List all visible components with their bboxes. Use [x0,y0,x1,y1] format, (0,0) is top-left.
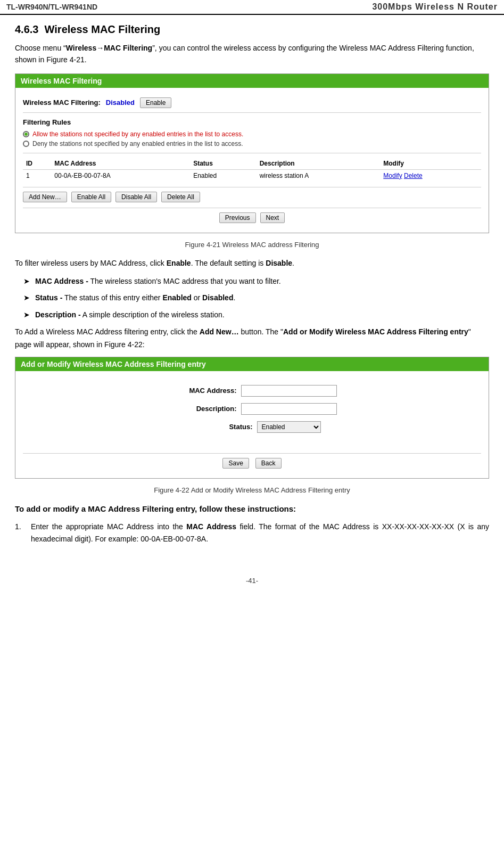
mac-status-value: Disabled [106,99,135,106]
radio-allow-circle[interactable] [23,131,29,137]
radio-deny-label: Deny the stations not specified by any e… [32,140,243,147]
mac-address-input[interactable] [241,385,337,397]
action-buttons: Add New… Enable All Disable All Delete A… [23,187,481,202]
next-button[interactable]: Next [260,212,285,223]
cell-mac: 00-0A-EB-00-07-8A [51,169,190,182]
status-select[interactable]: Enabled Disabled [257,421,321,433]
radio-allow-label: Allow the stations not specified by any … [32,130,243,138]
bullet-desc-text: Description - A simple description of th… [35,309,225,322]
bullet-mac: ➤ MAC Address - The wireless station's M… [15,275,489,288]
instructions-title: To add or modify a MAC Address Filtering… [15,503,489,515]
add-modify-intro: To Add a Wireless MAC Address filtering … [15,326,489,351]
cell-modify: Modify Delete [380,169,481,182]
add-modify-panel: Add or Modify Wireless MAC Address Filte… [15,357,489,479]
bullet-arrow-3: ➤ [23,309,30,322]
bullet-arrow-2: ➤ [23,292,30,305]
col-description: Description [257,158,381,170]
intro-paragraph: Choose menu “Wireless→MAC Filtering”, yo… [15,42,489,66]
radio-deny-circle[interactable] [23,141,29,147]
radio-allow-row: Allow the stations not specified by any … [23,130,481,138]
bullet-mac-text: MAC Address - The wireless station's MAC… [35,275,281,288]
modify-link[interactable]: Modify [383,172,402,179]
add-new-button[interactable]: Add New… [23,192,67,202]
cell-status: Enabled [190,169,257,182]
col-status: Status [190,158,257,170]
save-button[interactable]: Save [222,458,249,469]
page-footer: -41- [0,577,504,585]
mac-status-row: Wireless MAC Filtering: Disabled Enable [23,93,481,113]
header-model: TL-WR940N/TL-WR941ND [6,3,97,11]
figure-22-caption: Figure 4-22 Add or Modify Wireless MAC A… [15,486,489,494]
bullet-status: ➤ Status - The status of this entry eith… [15,292,489,305]
mac-status-label: Wireless MAC Filtering: [23,99,101,106]
mac-table-section: ID MAC Address Status Description Modify… [23,153,481,182]
delete-link[interactable]: Delete [404,172,423,179]
add-modify-panel-body: MAC Address: Description: Status: Enable… [15,371,489,478]
section-title: 4.6.3 Wireless MAC Filtering [15,23,489,36]
col-id: ID [23,158,51,170]
mac-filtering-panel-body: Wireless MAC Filtering: Disabled Enable … [15,88,489,233]
cell-description: wireless station A [257,169,381,182]
mac-table: ID MAC Address Status Description Modify… [23,158,481,182]
back-button[interactable]: Back [255,458,282,469]
step-1-number: 1. [15,521,26,546]
figure-21-caption: Figure 4-21 Wireless MAC address Filteri… [15,241,489,249]
delete-all-button[interactable]: Delete All [161,192,200,202]
col-modify: Modify [380,158,481,170]
form-nav-buttons: Save Back [23,453,481,473]
status-row: Status: Enabled Disabled [23,421,481,433]
header-title: 300Mbps Wireless N Router [372,2,498,12]
mac-address-label: MAC Address: [168,387,237,395]
description-label: Description: [168,405,237,413]
description-input[interactable] [241,403,337,415]
previous-button[interactable]: Previous [219,212,256,223]
status-label: Status: [184,423,253,431]
filter-intro-text: To filter wireless users by MAC Address,… [15,257,489,270]
enable-all-button[interactable]: Enable All [71,192,111,202]
mac-address-row: MAC Address: [23,385,481,397]
page-number: -41- [246,577,258,585]
step-1: 1. Enter the appropriate MAC Address int… [15,521,489,546]
step-1-text: Enter the appropriate MAC Address into t… [31,521,489,546]
radio-deny-row: Deny the stations not specified by any e… [23,140,481,147]
main-content: 4.6.3 Wireless MAC Filtering Choose menu… [0,23,504,566]
disable-all-button[interactable]: Disable All [115,192,157,202]
add-modify-panel-header: Add or Modify Wireless MAC Address Filte… [15,357,489,371]
panel-nav-buttons: Previous Next [23,208,481,227]
page-header: TL-WR940N/TL-WR941ND 300Mbps Wireless N … [0,0,504,15]
table-row: 1 00-0A-EB-00-07-8A Enabled wireless sta… [23,169,481,182]
bullet-status-text: Status - The status of this entry either… [35,292,235,305]
description-row: Description: [23,403,481,415]
bullet-description: ➤ Description - A simple description of … [15,309,489,322]
mac-filtering-panel-header: Wireless MAC Filtering [15,74,489,88]
cell-id: 1 [23,169,51,182]
enable-button[interactable]: Enable [140,97,171,108]
mac-filtering-panel: Wireless MAC Filtering Wireless MAC Filt… [15,73,489,233]
bullet-arrow-1: ➤ [23,275,30,288]
col-mac: MAC Address [51,158,190,170]
filtering-rules-title: Filtering Rules [23,118,481,126]
